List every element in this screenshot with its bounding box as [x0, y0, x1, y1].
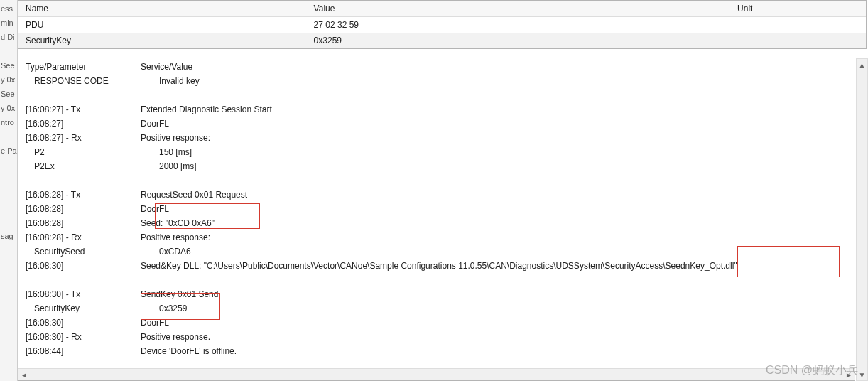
- cell-unit: [730, 33, 866, 48]
- trace-row[interactable]: [26, 173, 849, 188]
- cropped-side-panel: essmind DiSeey 0xSeey 0xntroe Pasag: [0, 0, 18, 381]
- cell-value: 0x3259: [307, 33, 731, 48]
- vertical-scrollbar[interactable]: ▲ ▼: [856, 58, 868, 381]
- cropped-label: y 0x: [0, 73, 17, 87]
- trace-cell-right: Positive response.: [141, 330, 849, 344]
- col-header-name[interactable]: Name: [18, 1, 307, 17]
- grid-row[interactable]: PDU 27 02 32 59: [18, 17, 866, 33]
- scroll-left-arrow-icon[interactable]: ◄: [18, 369, 30, 380]
- scroll-track[interactable]: [857, 70, 867, 369]
- trace-cell-left: SecurityKey: [26, 301, 149, 316]
- trace-cell-right: DoorFL: [141, 117, 849, 131]
- trace-cell-left: [16:08:30]: [26, 316, 141, 330]
- cell-value: 27 02 32 59: [307, 17, 731, 33]
- trace-cell-left: [16:08:27]: [26, 117, 141, 131]
- trace-cell-left: P2Ex: [26, 159, 149, 173]
- trace-row[interactable]: [16:08:28] - RxPositive response:: [26, 230, 849, 245]
- col-header-unit[interactable]: Unit: [730, 1, 866, 17]
- trace-cell-left: [16:08:30] - Rx: [26, 330, 141, 344]
- trace-cell-left: [16:08:44]: [26, 344, 141, 358]
- cropped-label: See: [0, 87, 17, 101]
- cropped-label: [0, 200, 17, 215]
- trace-cell-left: [16:08:30]: [26, 259, 141, 273]
- trace-cell-right: Device 'DoorFL' is offline.: [141, 344, 849, 358]
- trace-row[interactable]: [16:08:44]Device 'DoorFL' is offline.: [26, 344, 849, 358]
- trace-row[interactable]: [16:08:30]DoorFL: [26, 316, 849, 330]
- cropped-label: y 0x: [0, 101, 17, 115]
- trace-row[interactable]: [16:08:27] - TxExtended Diagnostic Sessi…: [26, 102, 849, 117]
- cropped-label: [0, 158, 17, 172]
- grid-row[interactable]: SecurityKey 0x3259: [18, 33, 866, 48]
- trace-row[interactable]: RESPONSE CODEInvalid key: [26, 74, 849, 88]
- scroll-track[interactable]: [30, 369, 843, 380]
- cropped-label: ntro: [0, 115, 17, 129]
- trace-cell-left: [16:08:27] - Rx: [26, 131, 141, 145]
- trace-cell-left: [16:08:28]: [26, 216, 141, 230]
- trace-cell-right: 0xCDA6: [149, 245, 849, 259]
- trace-cell-right: RequestSeed 0x01 Request: [141, 188, 849, 202]
- trace-row[interactable]: [16:08:28]DoorFL: [26, 202, 849, 216]
- cropped-label: ess: [0, 1, 17, 16]
- trace-row[interactable]: [16:08:30] - TxSendKey 0x01 Send: [26, 287, 849, 301]
- cropped-label: e Pa: [0, 144, 17, 158]
- cropped-label: [0, 215, 17, 229]
- trace-row[interactable]: [16:08:30]Seed&Key DLL: "C:\Users\Public…: [26, 259, 849, 273]
- trace-cell-right: SendKey 0x01 Send: [141, 287, 849, 301]
- col-header-value[interactable]: Value: [307, 1, 731, 17]
- parameters-grid: Name Value Unit PDU 27 02 32 59 Security…: [18, 0, 867, 49]
- trace-row[interactable]: [16:08:28]Seed: "0xCD 0xA6": [26, 216, 849, 230]
- trace-cell-left: SecuritySeed: [26, 245, 149, 259]
- horizontal-scrollbar[interactable]: ◄ ►: [18, 368, 855, 380]
- trace-header-row: Type/Parameter Service/Value: [26, 60, 849, 74]
- trace-row[interactable]: [16:08:27]DoorFL: [26, 117, 849, 131]
- trace-row[interactable]: P2150 [ms]: [26, 145, 849, 159]
- trace-header-right: Service/Value: [141, 60, 849, 74]
- scroll-right-arrow-icon[interactable]: ►: [843, 369, 855, 380]
- cell-name: SecurityKey: [18, 33, 307, 48]
- trace-row[interactable]: [16:08:27] - RxPositive response:: [26, 131, 849, 145]
- trace-cell-left: RESPONSE CODE: [26, 74, 149, 88]
- trace-row[interactable]: P2Ex2000 [ms]: [26, 159, 849, 173]
- trace-cell-right: DoorFL: [141, 202, 849, 216]
- cell-unit: [730, 17, 866, 33]
- grid-header-row: Name Value Unit: [18, 1, 866, 17]
- cell-name: PDU: [18, 17, 307, 33]
- trace-row[interactable]: [16:08:30] - RxPositive response.: [26, 330, 849, 344]
- cropped-label: [0, 172, 17, 186]
- cropped-label: min: [0, 16, 17, 30]
- cropped-label: [0, 186, 17, 200]
- trace-cell-right: Invalid key: [149, 74, 849, 88]
- cropped-label: d Di: [0, 30, 17, 44]
- trace-cell-left: [16:08:27] - Tx: [26, 102, 141, 117]
- trace-cell-right: Extended Diagnostic Session Start: [141, 102, 849, 117]
- trace-cell-right: 2000 [ms]: [149, 159, 849, 173]
- trace-row[interactable]: [26, 88, 849, 102]
- trace-cell-right: 0x3259: [149, 301, 849, 316]
- trace-cell-right: Positive response:: [141, 230, 849, 245]
- trace-cell-right: Positive response:: [141, 131, 849, 145]
- trace-header-left: Type/Parameter: [26, 60, 141, 74]
- trace-cell-left: [16:08:30] - Tx: [26, 287, 141, 301]
- cropped-label: [0, 129, 17, 144]
- trace-panel: Type/Parameter Service/Value RESPONSE CO…: [18, 55, 855, 381]
- trace-cell-right: Seed&Key DLL: "C:\Users\Public\Documents…: [141, 259, 849, 273]
- trace-cell-right: 150 [ms]: [149, 145, 849, 159]
- cropped-label: sag: [0, 229, 17, 243]
- trace-cell-left: [16:08:28] - Rx: [26, 230, 141, 245]
- trace-cell-left: [16:08:28]: [26, 202, 141, 216]
- trace-row[interactable]: SecurityKey0x3259: [26, 301, 849, 316]
- scroll-up-arrow-icon[interactable]: ▲: [857, 59, 867, 70]
- trace-cell-left: [16:08:28] - Tx: [26, 188, 141, 202]
- trace-cell-right: DoorFL: [141, 316, 849, 330]
- scroll-down-arrow-icon[interactable]: ▼: [857, 369, 867, 380]
- cropped-label: [0, 44, 17, 58]
- trace-row[interactable]: SecuritySeed0xCDA6: [26, 245, 849, 259]
- trace-row[interactable]: [26, 273, 849, 287]
- trace-cell-left: P2: [26, 145, 149, 159]
- cropped-label: See: [0, 58, 17, 73]
- trace-cell-right: Seed: "0xCD 0xA6": [141, 216, 849, 230]
- trace-row[interactable]: [16:08:28] - TxRequestSeed 0x01 Request: [26, 188, 849, 202]
